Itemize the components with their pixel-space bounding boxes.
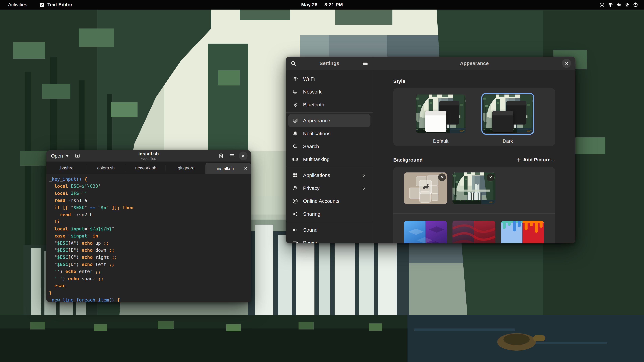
bluetooth-icon (292, 102, 298, 108)
code-editor[interactable]: _key_input() { local ESC=$'\033' local I… (46, 174, 251, 302)
code-line: local IFS='' (49, 190, 251, 197)
background-thumb-glass-squares[interactable] (404, 172, 447, 204)
tab-close-button[interactable] (243, 166, 248, 171)
new-tab-button[interactable] (74, 152, 81, 160)
sidebar-item-search[interactable]: Search (288, 140, 370, 153)
open-button[interactable]: Open (50, 153, 70, 159)
style-option-default[interactable]: Default (416, 94, 466, 146)
document-search-button[interactable] (217, 152, 225, 160)
sidebar-item-wifi[interactable]: Wi-Fi (288, 72, 370, 85)
sidebar-item-power[interactable]: Power (288, 236, 370, 243)
tab-colors.sh[interactable]: colors.sh (86, 162, 126, 174)
focused-app-name: Text Editor (47, 2, 72, 7)
wifi-icon (608, 2, 613, 7)
code-line: _new_line_foreach_item() { (49, 297, 251, 302)
document-title: install.sh (138, 151, 159, 157)
sidebar-item-notifications[interactable]: Notifications (288, 127, 370, 140)
sidebar-item-label: Notifications (303, 131, 330, 136)
tab-label: colors.sh (97, 165, 115, 171)
tab-label: install.sh (217, 166, 234, 171)
code-line: ' ') echo space ;; (49, 275, 251, 282)
sidebar-item-privacy[interactable]: Privacy (288, 182, 370, 195)
sidebar-item-sharing[interactable]: Sharing (288, 207, 370, 220)
tab-network.sh[interactable]: network.sh (126, 162, 166, 174)
sidebar-divider (286, 167, 373, 167)
style-preview-dark (483, 94, 533, 133)
main-menu-button[interactable] (228, 152, 236, 160)
style-option-label: Default (416, 138, 466, 144)
activities-button[interactable]: Activities (6, 2, 29, 7)
code-line: case "$input" in (49, 232, 251, 240)
apps-icon (292, 172, 298, 178)
add-picture-label: Add Picture… (523, 157, 555, 163)
search-icon[interactable] (290, 60, 297, 66)
code-line: "$ESC[C") echo right ;; (49, 254, 251, 261)
code-line: _key_input() { (49, 176, 251, 183)
date-label: May 28 (301, 2, 318, 7)
tab-.bashrc[interactable]: .bashrc (46, 162, 86, 174)
sidebar-item-online-accounts[interactable]: Online Accounts (288, 195, 370, 207)
close-button[interactable] (239, 151, 248, 160)
main-headerbar: Appearance (373, 57, 576, 70)
network-icon (292, 89, 298, 95)
sidebar-item-label: Power (303, 240, 317, 244)
page-title: Appearance (373, 60, 576, 66)
sidebar-item-appearance[interactable]: Appearance (288, 114, 370, 127)
tab-.gitignore[interactable]: .gitignore (166, 162, 206, 174)
top-bar: Activities Text Editor May 28 8:21 PM (0, 0, 644, 9)
settings-sidebar: Settings Wi-FiNetworkBluetoothAppearance… (286, 57, 373, 243)
tab-label: network.sh (135, 165, 156, 171)
tab-label: .gitignore (176, 165, 194, 171)
display-brightness-icon (599, 2, 605, 7)
clock[interactable]: May 28 8:21 PM (301, 2, 343, 7)
sidebar-item-label: Appearance (303, 118, 330, 123)
remove-background-button[interactable] (487, 173, 494, 181)
settings-window: Settings Wi-FiNetworkBluetoothAppearance… (286, 57, 576, 243)
sidebar-list: Wi-FiNetworkBluetoothAppearanceNotificat… (286, 70, 373, 243)
chevron-right-icon (362, 173, 366, 178)
hand-icon (292, 185, 298, 191)
settings-main-panel: Appearance Style DefaultDark Background … (373, 57, 576, 243)
document-path: ~/dotfiles (141, 157, 156, 161)
tab-label: .bashrc (59, 165, 73, 171)
open-button-label: Open (51, 153, 63, 159)
style-option-dark[interactable]: Dark (483, 94, 533, 146)
background-default-waves[interactable] (452, 221, 496, 243)
editor-toolbar: Open install.sh ~/dotfiles (46, 150, 251, 162)
focused-app-menu[interactable]: Text Editor (39, 2, 72, 8)
desktop: Activities Text Editor May 28 8:21 PM Op… (0, 0, 644, 362)
background-divider (393, 213, 555, 214)
remove-background-button[interactable] (438, 173, 446, 181)
background-card (393, 167, 555, 243)
mock-window-front (425, 111, 446, 132)
sidebar-item-network[interactable]: Network (288, 85, 370, 98)
share-icon (292, 211, 298, 217)
style-heading: Style (393, 78, 555, 84)
add-picture-button[interactable]: + Add Picture… (517, 157, 555, 163)
background-default-hex[interactable] (404, 221, 447, 243)
code-line: "$ESC[D") echo left ;; (49, 261, 251, 268)
sidebar-item-multitasking[interactable]: Multitasking (288, 153, 370, 166)
sidebar-item-sound[interactable]: Sound (288, 223, 370, 236)
style-preview-default (416, 94, 466, 133)
code-line: local input="${a}${b}" (49, 225, 251, 232)
sidebar-item-label: Privacy (303, 185, 320, 191)
sidebar-title: Settings (286, 60, 373, 66)
code-line: "$ESC[A") echo up ;; (49, 240, 251, 247)
wifi-icon (292, 76, 298, 82)
close-button[interactable] (562, 59, 571, 68)
background-default-drips[interactable] (501, 221, 544, 243)
sidebar-item-applications[interactable]: Applications (288, 169, 370, 182)
background-thumb-forest[interactable] (452, 172, 496, 204)
sidebar-item-label: Search (303, 144, 319, 149)
main-menu-icon[interactable] (362, 60, 368, 66)
style-card: DefaultDark (393, 88, 555, 146)
system-status-area[interactable] (599, 0, 638, 9)
code-line: } (49, 290, 251, 297)
text-editor-icon (39, 2, 44, 8)
tab-install.sh[interactable]: install.sh (206, 163, 251, 174)
bell-icon (292, 131, 298, 136)
code-line: if [[ "$ESC" == "$a" ]]; then (49, 204, 251, 211)
plus-icon: + (517, 157, 521, 163)
sidebar-item-bluetooth[interactable]: Bluetooth (288, 98, 370, 111)
